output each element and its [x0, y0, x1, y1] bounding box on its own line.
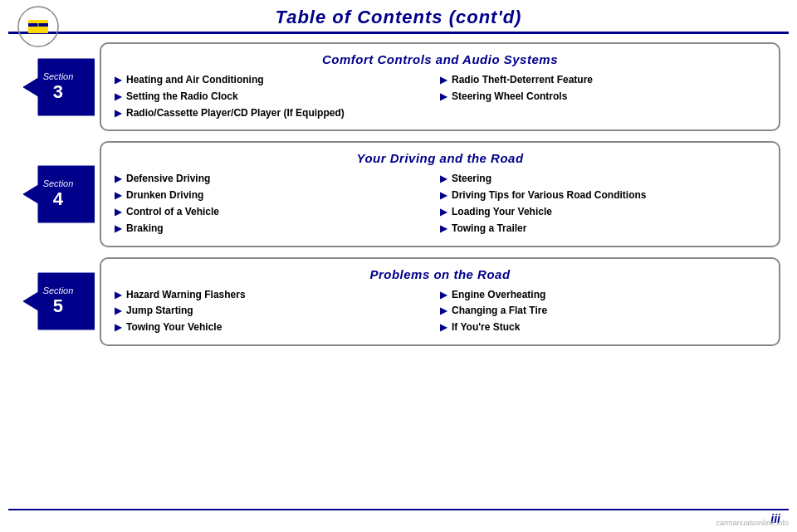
section-3-badge: Section 3 — [17, 42, 100, 131]
list-item: ▶ Hazard Warning Flashers — [115, 288, 440, 302]
list-item: ▶ Steering — [440, 172, 765, 186]
section-4-badge: Section 4 — [17, 141, 100, 246]
bullet-icon: ▶ — [115, 289, 121, 301]
section-3-box: Comfort Controls and Audio Systems ▶ Hea… — [100, 42, 780, 131]
list-item: ▶ Driving Tips for Various Road Conditio… — [440, 188, 765, 203]
list-item: ▶ Engine Overheating — [440, 288, 765, 302]
list-item: ▶ Towing a Trailer — [440, 222, 765, 236]
bullet-icon: ▶ — [440, 206, 447, 218]
section-3-columns: ▶ Heating and Air Conditioning ▶ Setting… — [115, 73, 765, 120]
bullet-icon: ▶ — [440, 222, 447, 235]
list-item: ▶ Drunken Driving — [115, 188, 440, 203]
bullet-icon: ▶ — [115, 90, 121, 103]
section-3-col2: ▶ Radio Theft-Deterrent Feature ▶ Steeri… — [440, 73, 765, 120]
bullet-icon: ▶ — [440, 173, 447, 185]
section-4-col2: ▶ Steering ▶ Driving Tips for Various Ro… — [440, 172, 765, 235]
section-5-col2: ▶ Engine Overheating ▶ Changing a Flat T… — [440, 288, 765, 334]
page-title: Table of Contents (cont'd) — [276, 7, 522, 28]
watermark-text: carmanualsonline.info — [716, 519, 789, 527]
list-item: ▶ Defensive Driving — [115, 172, 440, 186]
list-item: ▶ Control of a Vehicle — [115, 205, 440, 219]
list-item: ▶ Towing Your Vehicle — [115, 320, 440, 334]
section-3-arrow: Section 3 — [22, 51, 95, 124]
bullet-icon: ▶ — [440, 305, 447, 317]
bottom-divider — [8, 509, 789, 510]
section-4-label: Section 4 — [43, 178, 74, 210]
bullet-icon: ▶ — [115, 222, 121, 235]
section-3-title: Comfort Controls and Audio Systems — [115, 52, 765, 66]
section-5-label: Section 5 — [43, 286, 74, 317]
bullet-icon: ▶ — [115, 173, 121, 185]
section-4-col1: ▶ Defensive Driving ▶ Drunken Driving ▶ … — [115, 172, 440, 235]
page-header: Table of Contents (cont'd) — [0, 0, 797, 32]
bullet-icon: ▶ — [440, 321, 447, 334]
section-3-label: Section 3 — [43, 71, 74, 103]
bullet-icon: ▶ — [115, 189, 121, 202]
list-item: ▶ Changing a Flat Tire — [440, 304, 765, 318]
list-item: ▶ If You're Stuck — [440, 320, 765, 334]
list-item: ▶ Radio/Cassette Player/CD Player (If Eq… — [115, 106, 440, 120]
bullet-icon: ▶ — [440, 189, 447, 202]
section-4-arrow: Section 4 — [22, 158, 95, 231]
list-item: ▶ Steering Wheel Controls — [440, 90, 765, 104]
section-4-box: Your Driving and the Road ▶ Defensive Dr… — [100, 141, 780, 246]
list-item: ▶ Heating and Air Conditioning — [115, 73, 440, 87]
bullet-icon: ▶ — [115, 206, 121, 218]
section-4-title: Your Driving and the Road — [115, 151, 765, 165]
section-4-columns: ▶ Defensive Driving ▶ Drunken Driving ▶ … — [115, 172, 765, 235]
section-5-columns: ▶ Hazard Warning Flashers ▶ Jump Startin… — [115, 288, 765, 334]
bullet-icon: ▶ — [115, 321, 121, 334]
section-5-card: Section 5 Problems on the Road ▶ Hazard … — [17, 257, 780, 346]
section-5-title: Problems on the Road — [115, 267, 765, 281]
list-item: ▶ Jump Starting — [115, 304, 440, 318]
watermark-area: carmanualsonline.info — [0, 514, 797, 532]
section-5-badge: Section 5 — [17, 257, 100, 346]
bullet-icon: ▶ — [440, 74, 447, 86]
bullet-icon: ▶ — [115, 305, 121, 317]
list-item: ▶ Loading Your Vehicle — [440, 205, 765, 219]
section-3-card: Section 3 Comfort Controls and Audio Sys… — [17, 42, 780, 131]
section-3-col1: ▶ Heating and Air Conditioning ▶ Setting… — [115, 73, 440, 120]
bullet-icon: ▶ — [115, 107, 121, 120]
bullet-icon: ▶ — [115, 74, 121, 86]
section-5-box: Problems on the Road ▶ Hazard Warning Fl… — [100, 257, 780, 346]
section-4-card: Section 4 Your Driving and the Road ▶ De… — [17, 141, 780, 246]
list-item: ▶ Braking — [115, 222, 440, 236]
list-item: ▶ Radio Theft-Deterrent Feature — [440, 73, 765, 87]
list-item: ▶ Setting the Radio Clock — [115, 90, 440, 104]
section-5-col1: ▶ Hazard Warning Flashers ▶ Jump Startin… — [115, 288, 440, 334]
main-content: Section 3 Comfort Controls and Audio Sys… — [0, 34, 797, 346]
bullet-icon: ▶ — [440, 289, 447, 301]
bullet-icon: ▶ — [440, 90, 447, 103]
section-5-arrow: Section 5 — [22, 265, 95, 338]
